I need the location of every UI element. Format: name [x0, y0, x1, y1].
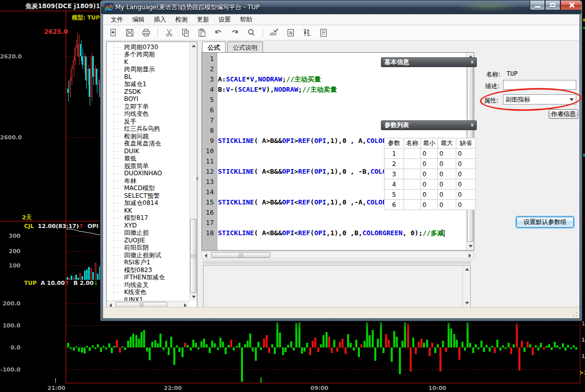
tree-item[interactable]: JUNX1: [107, 296, 189, 301]
editor-scroll-left-icon[interactable]: [205, 254, 207, 258]
tree-item[interactable]: 跨周期0730: [107, 44, 189, 51]
new-button[interactable]: [108, 28, 118, 38]
copy-button[interactable]: [180, 28, 191, 38]
param-cell[interactable]: 0: [438, 200, 456, 210]
param-cell[interactable]: 0: [456, 149, 476, 159]
param-cell[interactable]: 0: [421, 159, 438, 169]
panel-expand-handle[interactable]: ›: [376, 167, 379, 175]
close-button[interactable]: [560, 1, 581, 10]
tree-item[interactable]: KK: [107, 207, 189, 215]
set-default-params-button[interactable]: 设置默认参数组: [516, 217, 574, 228]
param-cell[interactable]: 0: [456, 200, 476, 210]
tree-item[interactable]: 跨周期显示: [107, 66, 189, 74]
param-cell[interactable]: 0: [456, 190, 476, 200]
basic-info-header[interactable]: 基本信息 «: [381, 57, 477, 67]
param-cell[interactable]: 0: [438, 190, 456, 200]
tab-formula-description[interactable]: 公式说明: [227, 42, 263, 52]
menu-3[interactable]: 检测: [171, 14, 192, 25]
tree-item[interactable]: 均线金叉: [107, 281, 189, 289]
param-cell[interactable]: 0: [456, 169, 476, 179]
output-scroll-up-icon[interactable]: [465, 268, 469, 271]
kline-chart-button[interactable]: [302, 28, 312, 38]
editor-scroll-right-icon[interactable]: [469, 254, 471, 258]
param-cell[interactable]: 0: [456, 179, 476, 190]
tree-item[interactable]: SELECT预警: [107, 192, 189, 200]
tree-item[interactable]: DUIK: [107, 148, 189, 155]
param-cell[interactable]: 0: [421, 200, 438, 210]
param-cell[interactable]: 0: [421, 169, 438, 179]
tree-item[interactable]: ZSDK: [107, 88, 189, 96]
author-info-button[interactable]: 作者信息: [549, 109, 578, 119]
menu-5[interactable]: 设置: [214, 14, 235, 25]
save-button[interactable]: [125, 28, 135, 38]
tree-item[interactable]: 回撤止损: [107, 230, 189, 237]
cut-button[interactable]: [164, 28, 174, 38]
param-cell[interactable]: 0: [421, 179, 438, 190]
search-button[interactable]: [246, 28, 256, 38]
param-cell[interactable]: [404, 179, 421, 190]
param-cell[interactable]: 0: [438, 179, 456, 190]
param-cell[interactable]: 0: [438, 169, 456, 179]
param-cell[interactable]: 0: [438, 149, 456, 159]
code-line[interactable]: 6: [202, 105, 466, 115]
editor-hscroll-thumb[interactable]: [211, 252, 270, 258]
code-line[interactable]: 17: [202, 218, 466, 228]
tree-item[interactable]: RSI客户1: [107, 259, 189, 267]
minimize-button[interactable]: [530, 1, 545, 10]
paste-button[interactable]: [197, 28, 207, 38]
tab-formula[interactable]: 公式: [202, 42, 226, 52]
tree-vertical-scrollbar[interactable]: [189, 42, 197, 301]
undo-button[interactable]: [213, 28, 224, 38]
editor-scroll-down-icon[interactable]: [469, 245, 473, 247]
code-line[interactable]: 5: [202, 95, 466, 105]
tree-item[interactable]: 最低: [107, 155, 189, 163]
tree-item[interactable]: BL: [107, 73, 189, 81]
tree-item[interactable]: IFTHEN加减仓: [107, 274, 189, 282]
editor-horizontal-scrollbar[interactable]: [201, 251, 474, 259]
tree-item[interactable]: 回撤止损测试: [107, 252, 189, 259]
redo-button[interactable]: [230, 28, 240, 38]
tree-item[interactable]: 多个跨周期: [107, 51, 189, 59]
tree-item[interactable]: 模型0823: [107, 266, 189, 274]
param-cell[interactable]: [404, 159, 421, 169]
menu-2[interactable]: 插入: [149, 14, 171, 25]
spellcheck-button[interactable]: abc: [269, 28, 279, 38]
collapse-chevron-icon[interactable]: «: [468, 60, 475, 64]
collapse-chevron-icon-2[interactable]: «: [468, 123, 475, 127]
maximize-button[interactable]: [545, 1, 560, 10]
params-list-header[interactable]: 参数列表 «: [381, 120, 477, 130]
tree-item[interactable]: 布林: [107, 177, 189, 185]
output-vertical-scrollbar[interactable]: [462, 265, 470, 307]
new-note-button[interactable]: N: [286, 28, 296, 38]
menu-1[interactable]: 编辑: [128, 14, 149, 25]
param-cell[interactable]: [404, 169, 421, 179]
tree-item[interactable]: 加减仓0814: [107, 200, 189, 208]
tree-item[interactable]: MACD模型: [107, 185, 189, 193]
tree-item[interactable]: ZUOJIE: [107, 237, 189, 244]
menu-6[interactable]: 帮助: [235, 14, 257, 25]
tree-item[interactable]: 反手: [107, 118, 189, 126]
param-cell[interactable]: [404, 190, 421, 200]
menu-0[interactable]: 文件: [106, 14, 128, 25]
param-cell[interactable]: 0: [421, 190, 438, 200]
scroll-up-icon[interactable]: [192, 45, 196, 47]
resize-grip[interactable]: [573, 312, 578, 317]
tree-item[interactable]: 检测问题: [107, 133, 189, 140]
param-cell[interactable]: 0: [438, 159, 456, 169]
code-line[interactable]: 18STICKLINE( A<B&&OPI<REF(OPI,1),0 ,B,CO…: [202, 228, 466, 238]
tree-item[interactable]: XYD: [107, 222, 189, 230]
tree-item[interactable]: DUOXINHAO: [107, 170, 189, 178]
code-line[interactable]: 4B:V-(SCALE*V),NODRAW;//主动卖量: [202, 85, 466, 95]
param-cell[interactable]: [404, 149, 421, 159]
output-scroll-down-icon[interactable]: [465, 302, 469, 304]
splitter-handle[interactable]: [203, 261, 471, 263]
tree-item[interactable]: BOYI: [107, 96, 189, 104]
tree-item[interactable]: K: [107, 58, 189, 66]
param-cell[interactable]: 0: [456, 159, 476, 169]
tree-item[interactable]: 前阳后阴: [107, 244, 189, 252]
param-cell[interactable]: 0: [421, 149, 438, 159]
tree-collapse-handle[interactable]: ‹: [196, 174, 198, 182]
tree-item[interactable]: 夜盘尾盘清仓: [107, 140, 189, 148]
tree-item[interactable]: K线变色: [107, 289, 189, 297]
tree-scroll-thumb[interactable]: [190, 219, 196, 293]
